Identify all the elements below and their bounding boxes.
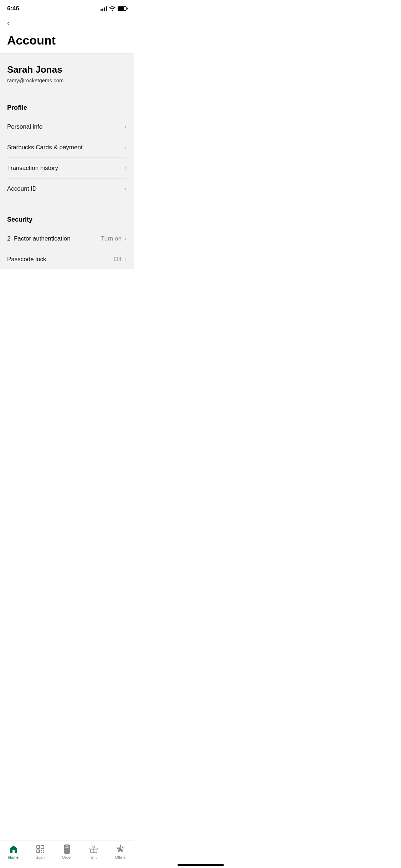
- two-factor-label: 2–Factor authentication: [7, 235, 71, 242]
- personal-info-item[interactable]: Personal info ›: [7, 117, 127, 137]
- personal-info-label: Personal info: [7, 123, 42, 130]
- back-arrow-icon[interactable]: ‹: [7, 19, 10, 27]
- page-title-section: Account: [0, 31, 134, 53]
- page-title: Account: [7, 33, 127, 47]
- section-divider: [0, 199, 134, 206]
- account-id-item[interactable]: Account ID ›: [7, 179, 127, 199]
- passcode-lock-item[interactable]: Passcode lock Off ›: [7, 249, 127, 269]
- account-id-label: Account ID: [7, 185, 37, 192]
- status-time: 6:46: [7, 5, 19, 12]
- starbucks-cards-label: Starbucks Cards & payment: [7, 144, 83, 151]
- profile-section: Profile Personal info › Starbucks Cards …: [0, 94, 134, 199]
- two-factor-value: Turn on: [101, 235, 122, 242]
- personal-info-chevron: ›: [124, 123, 127, 130]
- starbucks-cards-item[interactable]: Starbucks Cards & payment ›: [7, 137, 127, 158]
- passcode-lock-value: Off: [114, 256, 122, 263]
- signal-icon: [101, 6, 107, 11]
- wifi-icon: [109, 6, 115, 12]
- status-bar: 6:46: [0, 0, 134, 14]
- transaction-history-label: Transaction history: [7, 165, 58, 172]
- starbucks-cards-chevron: ›: [124, 144, 127, 151]
- security-section-title: Security: [7, 216, 127, 223]
- two-factor-chevron: ›: [124, 235, 127, 242]
- user-info-section: Sarah Jonas ramy@rocketgems.com: [0, 53, 134, 94]
- two-factor-item[interactable]: 2–Factor authentication Turn on ›: [7, 228, 127, 249]
- status-icons: [101, 6, 127, 12]
- battery-icon: [118, 6, 127, 11]
- profile-section-title: Profile: [7, 104, 127, 112]
- transaction-history-chevron: ›: [124, 164, 127, 172]
- transaction-history-item[interactable]: Transaction history ›: [7, 158, 127, 179]
- passcode-lock-label: Passcode lock: [7, 256, 46, 263]
- account-id-chevron: ›: [124, 185, 127, 192]
- passcode-lock-chevron: ›: [124, 255, 127, 263]
- nav-back[interactable]: ‹: [0, 14, 134, 31]
- user-email: ramy@rocketgems.com: [7, 77, 127, 83]
- security-section: Security 2–Factor authentication Turn on…: [0, 206, 134, 269]
- user-name: Sarah Jonas: [7, 64, 127, 75]
